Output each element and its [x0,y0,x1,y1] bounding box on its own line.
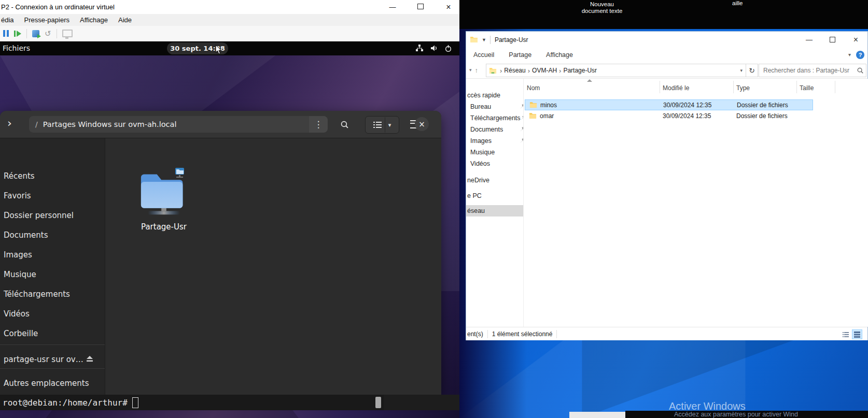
sidebar-divider [0,344,105,345]
enhanced-session-icon[interactable] [62,30,73,37]
breadcrumb-ovm-ah[interactable]: OVM-AH [530,67,559,74]
sidebar-item-favoris[interactable]: Favoris [0,188,105,204]
menu-view[interactable]: Affichage [75,16,113,24]
sidebar-item-images[interactable]: Images [0,247,105,263]
explorer-close-button[interactable]: × [844,32,867,48]
terminal-prompt: root@debian:/home/arthur# [3,398,128,408]
vm-menubar: édia Presse-papiers Affichage Aide [0,14,459,26]
sidebar-this-pc[interactable]: e PC [466,191,524,201]
sidebar-onedrive[interactable]: neDrive [466,175,524,185]
eject-icon[interactable] [86,355,93,364]
vm-titlebar: P2 - Connexion à un ordinateur virtuel —… [0,0,459,14]
revert-icon[interactable]: ↺ [45,30,51,37]
desktop-icon-label[interactable]: Nouveau document texte [568,1,636,15]
explorer-maximize-button[interactable] [821,32,844,48]
column-header-type[interactable]: Type [736,83,750,93]
sidebar-item-home[interactable]: Dossier personnel [0,208,105,223]
file-row-omar[interactable]: omar 30/09/2024 12:35 Dossier de fichier… [525,110,813,121]
address-row: ▾ ↑ › Réseau › OVM-AH › Partage-Usr ▾ ↻ [466,62,867,78]
forward-chevron-icon[interactable]: › [7,117,12,129]
sidebar-item-recents[interactable]: Récents [0,168,105,184]
search-icon [340,120,349,129]
sidebar-musique[interactable]: Musique [466,147,527,157]
list-view-button[interactable] [841,329,851,339]
sidebar-item-mount[interactable]: partage-usr sur ov… [0,352,105,367]
screen: P2 - Connexion à un ordinateur virtuel —… [0,0,868,418]
sidebar-network[interactable]: éseau [466,205,524,217]
sidebar-item-other-locations[interactable]: Autres emplacements [0,376,105,391]
search-field[interactable] [759,64,866,77]
address-history-caret-icon[interactable]: ▾ [740,68,746,73]
explorer-sidebar: ccès rapide Bureau Téléchargements Docum… [466,79,523,327]
sort-ascending-icon[interactable] [587,79,592,82]
search-icon[interactable] [857,67,864,74]
explorer-minimize-button[interactable]: — [797,32,821,48]
folder-icon [529,112,537,119]
power-icon[interactable] [444,45,452,52]
address-folder-icon [489,67,497,74]
breadcrumb-partage-usr[interactable]: Partage-Usr [561,67,599,74]
address-bar[interactable]: › Réseau › OVM-AH › Partage-Usr ▾ [486,64,746,77]
sidebar-documents[interactable]: Documents [466,124,527,135]
path-bar[interactable]: / Partages Windows sur ovm-ah.local ⋮ [29,116,328,133]
gnome-app-menu[interactable]: Fichiers [3,44,30,52]
file-row-minos[interactable]: minos 30/09/2024 12:35 Dossier de fichie… [525,99,813,110]
menu-clipboard[interactable]: Presse-papiers [19,16,75,24]
current-location: Partages Windows sur ovm-ah.local [43,120,177,128]
sidebar-bureau[interactable]: Bureau [466,102,527,112]
qat-caret-icon[interactable]: ▼ [482,37,486,42]
terminal-window[interactable]: root@debian:/home/arthur# [0,395,384,410]
sidebar-images[interactable]: Images [466,136,527,146]
sidebar-telechargements[interactable]: Téléchargements [466,113,527,123]
details-view-icon [854,331,860,338]
windows-top-region [459,0,868,29]
ribbon-collapse-caret-icon[interactable]: ▾ [848,52,851,57]
files-close-button[interactable]: × [415,117,429,131]
folder-icon [529,102,537,108]
menu-media[interactable]: édia [0,16,19,24]
status-count: ent(s) [467,330,483,338]
sidebar-item-videos[interactable]: Vidéos [0,306,105,322]
location-menu-button[interactable]: ⋮ [309,116,328,133]
nav-dropdown-caret-icon[interactable]: ▾ [469,67,472,73]
column-header-nom[interactable]: Nom [527,83,540,93]
refresh-icon[interactable]: ↻ [746,64,758,77]
breadcrumb-reseau[interactable]: Réseau [502,67,527,74]
sidebar-videos[interactable]: Vidéos [466,158,527,169]
explorer-folder-icon [470,36,478,43]
search-button[interactable] [336,116,353,133]
tab-accueil[interactable]: Accueil [466,51,501,59]
volume-icon[interactable] [430,44,438,52]
sidebar-item-telechargements[interactable]: Téléchargements [0,286,105,302]
sidebar-item-corbeille[interactable]: Corbeille [0,326,105,341]
status-bar: ent(s) 1 élément sélectionné [466,327,867,340]
view-toggle-group[interactable]: ▾ [365,116,399,134]
column-header-taille[interactable]: Taille [800,83,814,93]
network-icon[interactable] [415,44,424,52]
help-icon[interactable]: ? [856,51,864,59]
background-text-fragment: aille [732,0,743,6]
pause-icon[interactable] [3,30,9,37]
up-arrow-icon[interactable]: ↑ [475,66,479,74]
column-header-modifie[interactable]: Modifié le [663,83,689,93]
status-selection: 1 élément sélectionné [492,330,553,338]
folder-tile-partage-usr[interactable]: Partage-Usr [130,169,198,232]
search-input[interactable] [762,66,857,75]
toolbar-separator [57,29,57,38]
sidebar-item-musique[interactable]: Musique [0,267,105,282]
menu-help[interactable]: Aide [113,16,137,24]
resume-icon[interactable] [14,31,21,37]
tab-affichage[interactable]: Affichage [539,51,580,59]
vm-minimize-button[interactable]: — [385,3,400,11]
terminal-scrollbar[interactable] [375,397,381,408]
tab-partage[interactable]: Partage [501,51,539,59]
vm-connection-window: P2 - Connexion à un ordinateur virtuel —… [0,0,459,418]
vm-close-button[interactable]: × [441,3,456,12]
details-view-button[interactable] [852,329,862,339]
sidebar-quick-access[interactable]: ccès rapide [466,90,524,100]
vm-maximize-button[interactable] [413,3,428,11]
sidebar-item-documents[interactable]: Documents [0,227,105,243]
checkpoint-icon[interactable] [32,30,39,37]
root-slash-icon: / [35,120,38,128]
folder-tile-label: Partage-Usr [130,222,198,232]
